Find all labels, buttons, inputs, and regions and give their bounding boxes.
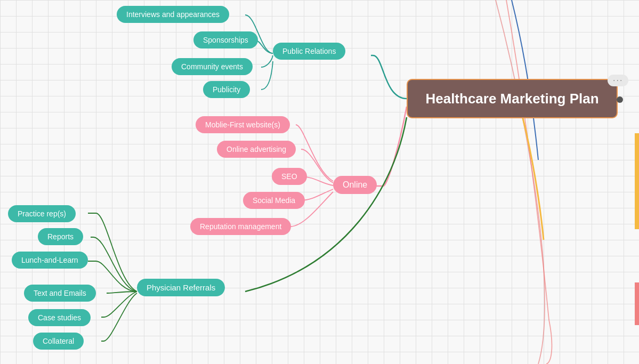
online-advertising-label: Online advertising [227, 145, 286, 153]
seo-node[interactable]: SEO [272, 168, 307, 185]
text-and-emails-label: Text and Emails [34, 289, 86, 297]
physician-referrals-node[interactable]: Physician Referrals [137, 279, 225, 296]
case-studies-node[interactable]: Case studies [28, 309, 91, 326]
reputation-management-label: Reputation management [200, 222, 281, 231]
reputation-management-node[interactable]: Reputation management [190, 218, 291, 235]
mobile-first-node[interactable]: Moblie-First website(s) [196, 116, 290, 133]
publicity-node[interactable]: Publicity [203, 81, 250, 98]
right-orange-strip [635, 133, 639, 229]
collateral-node[interactable]: Collateral [33, 333, 84, 350]
mobile-first-label: Moblie-First website(s) [205, 120, 280, 129]
practice-reps-node[interactable]: Practice rep(s) [8, 205, 76, 222]
central-node[interactable]: Healthcare Marketing Plan [407, 79, 618, 118]
reports-node[interactable]: Reports [38, 228, 83, 245]
case-studies-label: Case studies [38, 313, 81, 322]
community-events-node[interactable]: Community events [172, 58, 253, 75]
community-events-label: Community events [181, 62, 243, 71]
reports-label: Reports [47, 232, 74, 241]
right-salmon-strip [635, 282, 639, 325]
online-advertising-node[interactable]: Online advertising [217, 141, 296, 158]
text-and-emails-node[interactable]: Text and Emails [24, 285, 96, 302]
lunch-and-learn-label: Lunch-and-Learn [21, 256, 78, 264]
social-media-label: Social Media [253, 196, 295, 205]
seo-label: SEO [281, 172, 297, 181]
public-relations-label: Public Relations [282, 47, 336, 55]
publicity-label: Publicity [213, 85, 240, 94]
sponsorships-node[interactable]: Sponsorships [193, 31, 258, 48]
public-relations-node[interactable]: Public Relations [273, 43, 345, 60]
lunch-and-learn-node[interactable]: Lunch-and-Learn [12, 252, 88, 269]
sponsorships-label: Sponsorships [203, 36, 248, 44]
social-media-node[interactable]: Social Media [243, 192, 305, 209]
interviews-label: Interviews and appearances [126, 10, 220, 19]
online-label: Online [343, 180, 367, 190]
central-node-menu[interactable]: ··· [608, 75, 628, 86]
interviews-appearances-node[interactable]: Interviews and appearances [117, 6, 229, 23]
central-node-label: Healthcare Marketing Plan [425, 91, 598, 107]
practice-reps-label: Practice rep(s) [18, 209, 66, 218]
physician-referrals-label: Physician Referrals [147, 283, 215, 292]
collateral-label: Collateral [43, 337, 74, 345]
central-node-connector-dot [617, 96, 623, 103]
online-node[interactable]: Online [333, 176, 377, 194]
